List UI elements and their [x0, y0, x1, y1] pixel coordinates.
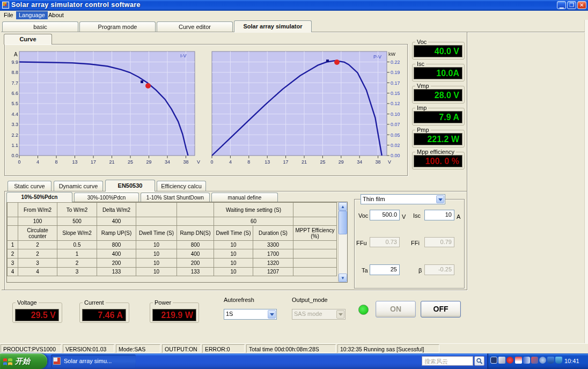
svg-text:0.05: 0.05 [391, 132, 400, 138]
svg-text:4: 4 [229, 159, 232, 165]
svg-text:34: 34 [357, 159, 362, 165]
svg-text:9.9: 9.9 [11, 60, 18, 65]
svg-text:A: A [14, 51, 18, 57]
svg-text:29: 29 [146, 159, 151, 165]
svg-text:13: 13 [72, 159, 77, 165]
svg-text:17: 17 [91, 159, 96, 165]
svg-text:4.4: 4.4 [11, 112, 18, 117]
svg-text:0.22: 0.22 [391, 60, 400, 65]
svg-text:0.10: 0.10 [391, 112, 400, 117]
svg-text:I-V: I-V [180, 53, 187, 58]
svg-text:7.7: 7.7 [11, 80, 18, 86]
svg-text:kW: kW [388, 51, 396, 57]
svg-text:38: 38 [183, 159, 188, 165]
svg-text:0.02: 0.02 [391, 143, 400, 148]
svg-text:8: 8 [247, 159, 250, 165]
svg-text:1.1: 1.1 [11, 143, 18, 148]
svg-text:0.0: 0.0 [11, 153, 18, 158]
svg-text:0: 0 [18, 159, 20, 165]
svg-text:V: V [197, 159, 200, 165]
svg-text:34: 34 [165, 159, 170, 165]
svg-text:13: 13 [264, 159, 270, 165]
svg-text:21: 21 [109, 159, 114, 165]
svg-text:25: 25 [128, 159, 133, 165]
svg-text:25: 25 [320, 159, 325, 165]
svg-text:0: 0 [210, 159, 213, 165]
svg-text:29: 29 [339, 159, 344, 165]
svg-text:0.00: 0.00 [391, 153, 400, 158]
svg-text:21: 21 [302, 159, 307, 165]
svg-text:17: 17 [283, 159, 289, 165]
svg-text:V: V [388, 159, 391, 165]
svg-text:5.5: 5.5 [11, 101, 18, 106]
svg-text:0.07: 0.07 [391, 122, 400, 127]
svg-text:6.6: 6.6 [11, 91, 18, 96]
svg-text:P-V: P-V [373, 54, 381, 60]
svg-text:2.2: 2.2 [11, 132, 18, 138]
svg-text:8.8: 8.8 [11, 70, 18, 75]
svg-text:4: 4 [36, 159, 39, 165]
svg-text:0.15: 0.15 [391, 91, 400, 96]
svg-text:0.12: 0.12 [391, 101, 400, 106]
svg-text:38: 38 [376, 159, 381, 165]
svg-text:3.3: 3.3 [11, 122, 18, 127]
svg-text:8: 8 [55, 159, 57, 165]
svg-text:0.19: 0.19 [391, 70, 400, 75]
svg-text:0.17: 0.17 [391, 80, 400, 86]
